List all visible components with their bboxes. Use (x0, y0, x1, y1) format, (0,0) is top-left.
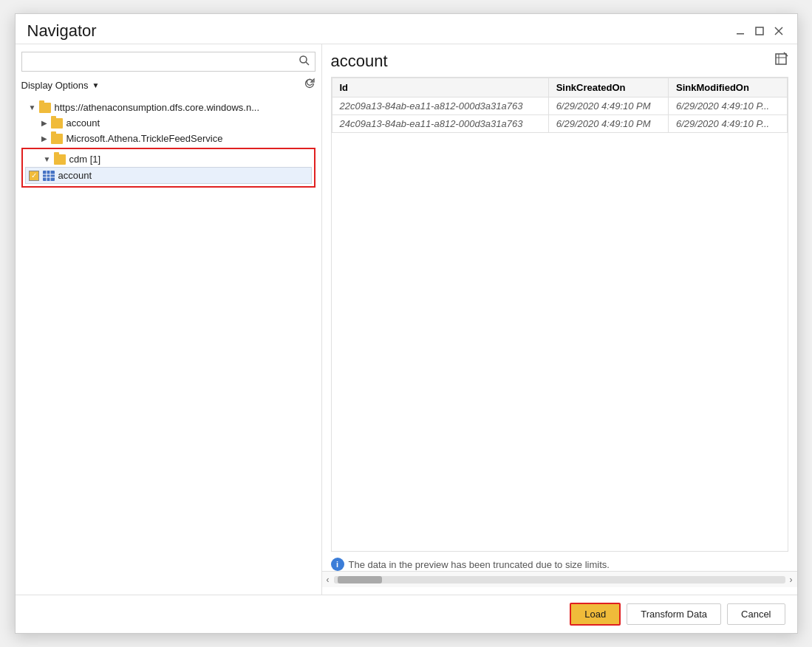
search-button[interactable] (298, 55, 310, 69)
svg-rect-11 (776, 54, 786, 64)
info-icon: i (331, 558, 344, 571)
chevron-down-icon: ▼ (92, 81, 100, 89)
dialog-footer: Load Transform Data Cancel (16, 595, 797, 633)
svg-line-5 (306, 62, 309, 65)
preview-title: account (331, 52, 388, 71)
tree-item-root[interactable]: ▼ https://athenaconsumption.dfs.core.win… (21, 100, 315, 115)
root-url-label: https://athenaconsumption.dfs.core.windo… (55, 102, 260, 113)
cell-created-1: 6/29/2020 4:49:10 PM (548, 97, 668, 115)
dialog-titlebar: Navigator (16, 14, 797, 44)
account-label: account (66, 117, 100, 129)
display-options-label: Display Options (21, 80, 89, 91)
refresh-button[interactable] (304, 78, 315, 92)
preview-action-button[interactable] (774, 52, 788, 70)
cell-id-1: 22c09a13-84ab-ea11-a812-000d3a31a763 (332, 97, 548, 115)
cdm-label: cdm [1] (69, 154, 101, 165)
scroll-left-button[interactable]: ‹ (325, 575, 331, 585)
close-button[interactable] (772, 24, 785, 38)
svg-rect-1 (756, 27, 763, 35)
svg-rect-0 (737, 33, 744, 35)
folder-icon (51, 118, 63, 129)
right-panel: account Id SinkCreatedOn SinkModifiedOn (322, 44, 797, 595)
cell-modified-2: 6/29/2020 4:49:10 P... (668, 115, 787, 133)
folder-icon (51, 134, 63, 144)
col-sink-created: SinkCreatedOn (548, 78, 668, 97)
folder-icon (54, 154, 66, 165)
folder-icon (39, 103, 51, 113)
svg-rect-6 (43, 171, 55, 181)
table-row: 24c09a13-84ab-ea11-a812-000d3a31a763 6/2… (332, 115, 787, 133)
scroll-track[interactable] (334, 576, 785, 583)
svg-point-4 (300, 56, 307, 63)
tree-item-microsoft[interactable]: ▶ Microsoft.Athena.TrickleFeedService (21, 131, 315, 146)
restore-button[interactable] (753, 24, 766, 38)
table-row: 22c09a13-84ab-ea11-a812-000d3a31a763 6/2… (332, 97, 787, 115)
navigator-dialog: Navigator (15, 13, 798, 634)
preview-table-wrapper: Id SinkCreatedOn SinkModifiedOn 22c09a13… (331, 77, 788, 552)
dialog-body: Display Options ▼ ▼ https://athenaconsum… (16, 44, 797, 595)
minimize-button[interactable] (734, 24, 747, 38)
tree-item-cdm[interactable]: ▼ cdm [1] (24, 151, 313, 167)
truncate-notice: i The data in the preview has been trunc… (331, 558, 788, 571)
col-id: Id (332, 78, 548, 97)
expand-icon: ▶ (39, 134, 50, 144)
tree-container: ▼ https://athenaconsumption.dfs.core.win… (21, 100, 315, 587)
collapse-icon: ▼ (42, 154, 52, 165)
preview-table: Id SinkCreatedOn SinkModifiedOn 22c09a13… (332, 78, 788, 133)
preview-header: account (331, 52, 788, 71)
account-checkbox[interactable]: ✓ (29, 171, 39, 181)
expand-icon: ▶ (39, 118, 50, 129)
load-button[interactable]: Load (570, 603, 621, 626)
cdm-account-label: account (58, 170, 92, 181)
microsoft-label: Microsoft.Athena.TrickleFeedService (66, 133, 223, 144)
cell-modified-1: 6/29/2020 4:49:10 P... (668, 97, 787, 115)
tree-item-cdm-account[interactable]: ✓ account (25, 167, 312, 184)
collapse-icon: ▼ (27, 103, 38, 113)
scroll-right-button[interactable]: › (788, 575, 794, 585)
search-input[interactable] (27, 56, 298, 67)
dialog-title: Navigator (27, 21, 97, 41)
display-options-button[interactable]: Display Options ▼ (21, 80, 100, 91)
cdm-group: ▼ cdm [1] ✓ (21, 148, 315, 188)
cell-created-2: 6/29/2020 4:49:10 PM (548, 115, 668, 133)
table-header-row: Id SinkCreatedOn SinkModifiedOn (332, 78, 787, 97)
truncate-text: The data in the preview has been truncat… (349, 559, 610, 570)
transform-data-button[interactable]: Transform Data (627, 603, 721, 625)
h-scroll-area: ‹ › (322, 571, 797, 587)
scroll-thumb (338, 576, 382, 583)
display-options-row: Display Options ▼ (21, 78, 315, 92)
cancel-button[interactable]: Cancel (727, 603, 785, 625)
table-icon (43, 171, 55, 181)
left-panel: Display Options ▼ ▼ https://athenaconsum… (16, 44, 322, 595)
tree-item-account[interactable]: ▶ account (21, 115, 315, 131)
search-box (21, 52, 315, 72)
col-sink-modified: SinkModifiedOn (668, 78, 787, 97)
titlebar-controls (734, 24, 785, 38)
cell-id-2: 24c09a13-84ab-ea11-a812-000d3a31a763 (332, 115, 548, 133)
